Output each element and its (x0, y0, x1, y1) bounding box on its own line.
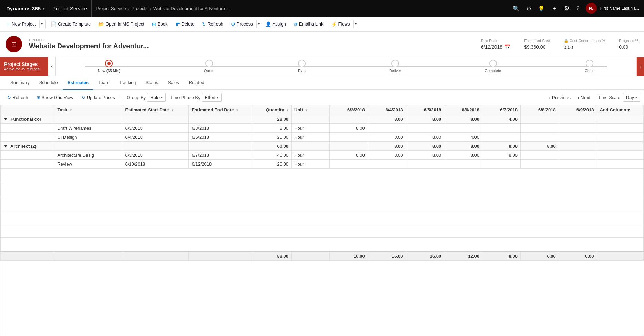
sort-arrow-task: ▾ (70, 108, 72, 112)
create-template-button[interactable]: 📄 Create Template (47, 19, 94, 29)
col-expand (1, 105, 54, 115)
new-project-label: New Project (12, 21, 36, 27)
previous-button[interactable]: ‹ Previous (547, 93, 573, 102)
add-icon-btn[interactable]: ＋ (549, 3, 560, 13)
col-end-date[interactable]: Estimated End Date ▾ (189, 105, 253, 115)
stage-step-deliver[interactable]: Deliver (389, 60, 401, 73)
tab-schedule[interactable]: Schedule (34, 76, 63, 90)
previous-label: Previous (552, 95, 571, 100)
group-add-functional (597, 115, 643, 124)
show-grid-view-button[interactable]: ⊞ Show Grid View (33, 93, 77, 102)
stage-step-quote[interactable]: Quote (204, 60, 214, 73)
task-review[interactable]: Review (54, 160, 122, 169)
flows-split-arrow[interactable]: ▾ (353, 20, 358, 28)
indent-ui (1, 133, 54, 142)
process-button[interactable]: ⚙ Process (227, 19, 256, 29)
process-split-arrow[interactable]: ▾ (256, 20, 261, 28)
stage-step-new[interactable]: New (35 Min) (98, 60, 120, 73)
unit-ui: Hour (292, 133, 330, 142)
col-6-6: 6/6/2018 (444, 105, 482, 115)
new-project-split-arrow[interactable]: ▾ (39, 20, 44, 28)
unit-review: Hour (292, 160, 330, 169)
empty-row-2 (1, 182, 644, 196)
prev-arrow-icon: ‹ (549, 95, 551, 100)
col-6-5: 6/5/2018 (406, 105, 444, 115)
stage-bar: Project Stages Active for 35 minutes ‹ N… (0, 57, 644, 76)
group-6-4-architect: 8.00 (368, 142, 406, 151)
task-ui[interactable]: UI Design (54, 133, 122, 142)
stage-sub: Active for 35 minutes (4, 67, 44, 71)
search-icon-btn[interactable]: 🔍 (510, 4, 522, 13)
col-quantity[interactable]: Quantity ▾ (253, 105, 292, 115)
question-icon-btn[interactable]: ? (574, 4, 582, 13)
recent-icon-btn[interactable]: ⊙ (524, 4, 534, 13)
top-nav: Dynamics 365 ▾ Project Service Project S… (0, 0, 644, 17)
delete-label: Delete (182, 21, 195, 27)
footer-start (122, 251, 189, 261)
col-start-date[interactable]: Estimated Start Date ▾ (122, 105, 189, 115)
footer-6-4: 16.00 (368, 251, 406, 261)
update-prices-button[interactable]: ↻ Update Prices (78, 93, 119, 102)
time-scale-select[interactable]: Day ▾ (623, 93, 640, 102)
col-unit[interactable]: Unit ▾ (292, 105, 330, 115)
task-arch[interactable]: Architecture Desig (54, 151, 122, 160)
refresh-button[interactable]: ↻ Refresh (198, 19, 227, 29)
d6-3-ui (329, 133, 368, 142)
empty-row-1 (1, 169, 644, 182)
time-scale-arrow: ▾ (635, 96, 637, 99)
qty-arch: 40.00 (253, 151, 292, 160)
group-expand-functional[interactable]: ▼ Functional cor (1, 115, 54, 124)
tab-team[interactable]: Team (93, 76, 114, 90)
book-button[interactable]: ⊞ Book (149, 19, 171, 29)
tabs-bar: Summary Schedule Estimates Team Tracking… (0, 76, 644, 90)
group-by-label: Group By (127, 95, 146, 100)
username: First Name Last Na... (600, 6, 639, 11)
qty-review: 20.00 (253, 160, 292, 169)
stage-prev-arrow[interactable]: ‹ (48, 57, 56, 76)
open-ms-project-button[interactable]: 📂 Open in MS Project (95, 19, 148, 29)
stage-step-complete[interactable]: Complete (485, 60, 501, 73)
new-project-button[interactable]: ＋ New Project (2, 19, 39, 29)
next-button[interactable]: › Next (575, 93, 592, 102)
delete-button[interactable]: 🗑 Delete (172, 19, 198, 29)
group-expand-architect[interactable]: ▼ Architect (2) (1, 142, 54, 151)
tab-sales[interactable]: Sales (163, 76, 184, 90)
due-date-field: Due Date 6/12/2018 📅 (481, 39, 510, 50)
estimates-grid: Task ▾ Estimated Start Date ▾ Estimated … (0, 105, 644, 336)
breadcrumb-item-3[interactable]: Website Development for Adventure ... (153, 6, 230, 11)
d6-3-arch: 8.00 (329, 151, 368, 160)
tab-estimates[interactable]: Estimates (63, 76, 93, 90)
tab-status[interactable]: Status (141, 76, 163, 90)
stage-step-close[interactable]: Close (585, 60, 594, 73)
breadcrumb-item-1[interactable]: Project Service (96, 6, 126, 11)
stage-step-plan[interactable]: Plan (298, 60, 306, 73)
breadcrumb-item-2[interactable]: Projects (132, 6, 148, 11)
col-add[interactable]: Add Column ▾ (597, 105, 643, 115)
est-refresh-button[interactable]: ↻ Refresh (4, 93, 32, 102)
task-draft[interactable]: Draft Wireframes (54, 124, 122, 133)
brand[interactable]: Dynamics 365 ▾ (3, 0, 48, 17)
col-task[interactable]: Task ▾ (54, 105, 122, 115)
footer-6-8: 0.00 (520, 251, 559, 261)
tab-tracking[interactable]: Tracking (114, 76, 141, 90)
flows-button[interactable]: ⚡ Flows (328, 19, 354, 29)
footer-add (597, 251, 643, 261)
end-arch: 6/7/2018 (189, 151, 253, 160)
tab-summary[interactable]: Summary (6, 76, 34, 90)
group-6-8-functional (520, 115, 559, 124)
tab-related[interactable]: Related (184, 76, 209, 90)
stage-next-arrow[interactable]: › (636, 57, 644, 76)
assign-button[interactable]: 👤 Assign (262, 19, 289, 29)
assign-icon: 👤 (265, 21, 271, 27)
d6-8-review (520, 160, 559, 169)
stage-circle-new (105, 60, 113, 67)
end-review: 6/12/2018 (189, 160, 253, 169)
time-phase-select[interactable]: Effort ▾ (202, 93, 222, 102)
email-link-button[interactable]: ✉ Email a Link (290, 19, 327, 29)
calendar-icon[interactable]: 📅 (504, 44, 510, 50)
project-header: ⊡ PROJECT Website Development for Advent… (0, 32, 644, 57)
help-icon-btn[interactable]: 💡 (535, 4, 548, 13)
group-by-select[interactable]: Role ▾ (147, 93, 166, 102)
settings-icon-btn[interactable]: ⚙ (561, 3, 572, 13)
d6-5-review (406, 160, 444, 169)
